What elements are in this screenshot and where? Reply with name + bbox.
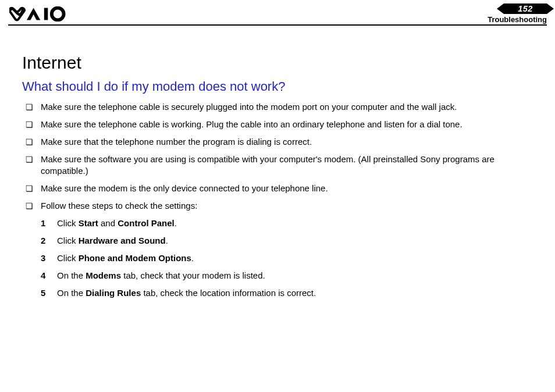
- step-item: Click Start and Control Panel.: [57, 218, 540, 229]
- step-item: On the Dialing Rules tab, check the loca…: [57, 287, 540, 299]
- list-item: Make sure the telephone cable is securel…: [22, 101, 540, 113]
- step-item: Click Hardware and Sound.: [57, 235, 540, 247]
- page-title: Internet: [22, 52, 540, 73]
- list-item: Make sure the software you are using is …: [22, 154, 540, 177]
- step-item: Click Phone and Modem Options.: [57, 252, 540, 264]
- page-number: 152: [504, 3, 547, 14]
- next-page-arrow[interactable]: [547, 3, 554, 14]
- vaio-logo: [9, 6, 70, 22]
- page-subtitle: What should I do if my modem does not wo…: [22, 79, 540, 94]
- header-rule: [8, 24, 547, 26]
- section-label: Troubleshooting: [488, 15, 547, 24]
- list-item: Follow these steps to check the settings…: [22, 200, 540, 212]
- list-item: Make sure the telephone cable is working…: [22, 119, 540, 130]
- list-item: Make sure the modem is the only device c…: [22, 183, 540, 194]
- svg-point-2: [52, 8, 64, 20]
- step-item: On the Modems tab, check that your modem…: [57, 270, 540, 281]
- list-item: Make sure that the telephone number the …: [22, 136, 540, 148]
- svg-rect-1: [44, 8, 48, 20]
- prev-page-arrow[interactable]: [497, 3, 504, 14]
- page-indicator: 152: [504, 3, 547, 14]
- svg-marker-0: [27, 8, 40, 20]
